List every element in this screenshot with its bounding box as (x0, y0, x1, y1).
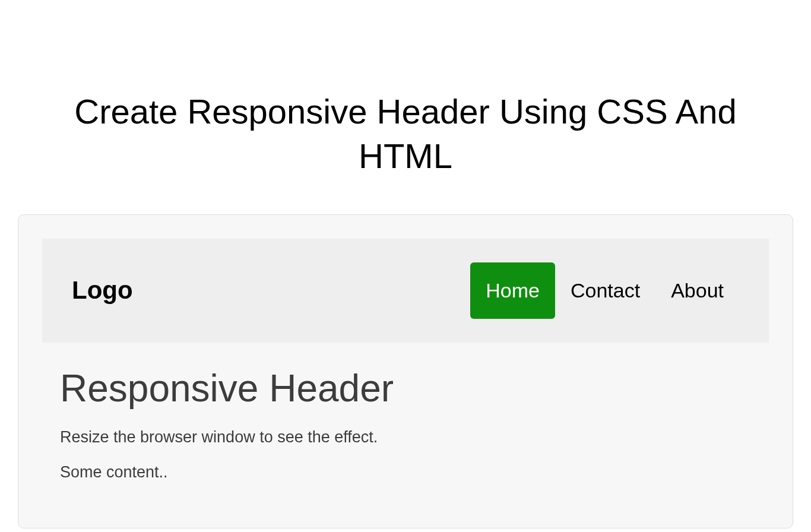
nav: Home Contact About (470, 262, 739, 319)
content-area: Responsive Header Resize the browser win… (42, 343, 769, 482)
logo[interactable]: Logo (72, 276, 133, 305)
nav-contact[interactable]: Contact (555, 262, 655, 319)
nav-about[interactable]: About (655, 262, 739, 319)
content-heading: Responsive Header (60, 366, 751, 410)
page-title: Create Responsive Header Using CSS And H… (0, 89, 811, 179)
content-text-1: Resize the browser window to see the eff… (60, 428, 751, 446)
header-bar: Logo Home Contact About (42, 239, 769, 343)
demo-container: Logo Home Contact About Responsive Heade… (18, 214, 793, 528)
content-text-2: Some content.. (60, 463, 751, 482)
nav-home[interactable]: Home (470, 262, 555, 319)
